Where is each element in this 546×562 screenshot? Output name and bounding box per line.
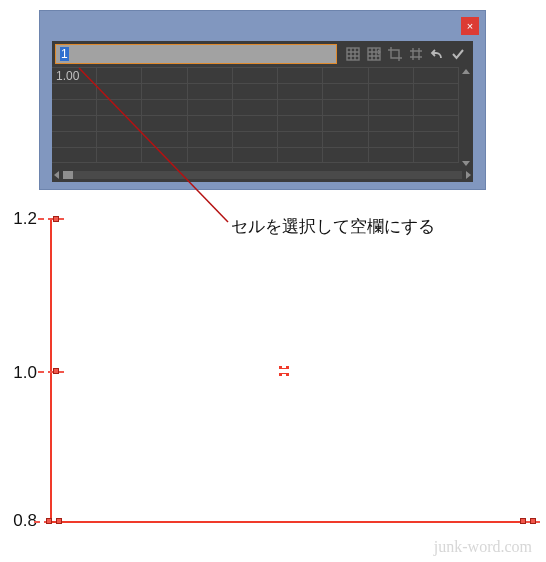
editor-panel-inner: 1 bbox=[52, 41, 473, 182]
table-row[interactable]: 1.00 bbox=[52, 67, 459, 83]
axis-handle[interactable] bbox=[56, 518, 62, 524]
table-cell[interactable] bbox=[233, 100, 278, 115]
table-cell[interactable] bbox=[142, 132, 187, 147]
hscroll-track[interactable] bbox=[63, 171, 462, 179]
y-tick-label: 1.2 bbox=[3, 209, 37, 229]
table-row[interactable] bbox=[52, 99, 459, 115]
undo-icon[interactable] bbox=[429, 46, 445, 62]
table-cell[interactable] bbox=[278, 84, 323, 99]
table-cell[interactable] bbox=[97, 116, 142, 131]
vertical-scrollbar[interactable] bbox=[459, 67, 473, 168]
table-cell[interactable] bbox=[278, 148, 323, 162]
table-cell[interactable] bbox=[323, 116, 368, 131]
table-cell[interactable] bbox=[278, 100, 323, 115]
table-cell[interactable] bbox=[414, 84, 459, 99]
table-linked-icon[interactable] bbox=[366, 46, 382, 62]
table-cell[interactable] bbox=[323, 132, 368, 147]
table-cell[interactable] bbox=[188, 132, 233, 147]
table-cell[interactable] bbox=[188, 116, 233, 131]
table-cell[interactable] bbox=[52, 100, 97, 115]
table-cell[interactable] bbox=[52, 84, 97, 99]
table-cell[interactable] bbox=[142, 68, 187, 83]
table-cell[interactable] bbox=[97, 68, 142, 83]
table-cell[interactable] bbox=[188, 84, 233, 99]
table-cell[interactable] bbox=[52, 116, 97, 131]
table-row[interactable] bbox=[52, 131, 459, 147]
table-cell[interactable] bbox=[369, 132, 414, 147]
crop-icon[interactable] bbox=[387, 46, 403, 62]
table-cell[interactable] bbox=[278, 116, 323, 131]
tick-dash bbox=[38, 371, 64, 373]
scroll-down-icon[interactable] bbox=[462, 161, 470, 166]
table-cell[interactable] bbox=[414, 68, 459, 83]
table-cell[interactable] bbox=[188, 68, 233, 83]
table-cell[interactable] bbox=[414, 132, 459, 147]
table-cell[interactable] bbox=[233, 68, 278, 83]
scroll-right-icon[interactable] bbox=[466, 171, 471, 179]
table-cell[interactable] bbox=[323, 68, 368, 83]
tool-icon-group bbox=[341, 46, 470, 62]
table-cell[interactable] bbox=[414, 100, 459, 115]
table-cell[interactable] bbox=[233, 148, 278, 162]
hscroll-thumb[interactable] bbox=[63, 171, 73, 179]
table-cell[interactable] bbox=[97, 148, 142, 162]
table-cell[interactable] bbox=[142, 100, 187, 115]
axis-handle[interactable] bbox=[520, 518, 526, 524]
table-cell[interactable] bbox=[369, 100, 414, 115]
data-point-marker[interactable] bbox=[279, 366, 289, 376]
table-cell[interactable] bbox=[414, 116, 459, 131]
table-icon[interactable] bbox=[345, 46, 361, 62]
table-cell[interactable] bbox=[52, 148, 97, 162]
table-cell[interactable] bbox=[97, 132, 142, 147]
table-cell[interactable] bbox=[278, 68, 323, 83]
table-cell[interactable] bbox=[142, 116, 187, 131]
table-cell[interactable] bbox=[369, 116, 414, 131]
table-cell[interactable] bbox=[97, 84, 142, 99]
table-cell[interactable] bbox=[369, 68, 414, 83]
close-button[interactable]: × bbox=[461, 17, 479, 35]
y-tick-label: 0.8 bbox=[3, 511, 37, 531]
table-cell[interactable] bbox=[233, 132, 278, 147]
svg-rect-0 bbox=[347, 48, 359, 60]
table-cell[interactable] bbox=[369, 84, 414, 99]
annotation-label: セルを選択して空欄にする bbox=[231, 215, 435, 238]
table-row[interactable] bbox=[52, 147, 459, 163]
panel-toolbar: 1 bbox=[52, 41, 473, 67]
table-cell[interactable] bbox=[142, 84, 187, 99]
y-tick-label: 1.0 bbox=[3, 363, 37, 383]
axis-handle[interactable] bbox=[46, 518, 52, 524]
spreadsheet[interactable]: 1.00 bbox=[52, 67, 459, 168]
table-cell[interactable] bbox=[414, 148, 459, 162]
scroll-left-icon[interactable] bbox=[54, 171, 59, 179]
table-cell[interactable] bbox=[233, 84, 278, 99]
horizontal-scrollbar[interactable] bbox=[52, 168, 473, 182]
scroll-up-icon[interactable] bbox=[462, 69, 470, 74]
editor-panel: × 1 bbox=[39, 10, 486, 190]
axis-handle[interactable] bbox=[530, 518, 536, 524]
table-cell[interactable] bbox=[52, 132, 97, 147]
axis-handle[interactable] bbox=[53, 216, 59, 222]
table-row[interactable] bbox=[52, 115, 459, 131]
table-cell[interactable] bbox=[369, 148, 414, 162]
table-cell[interactable] bbox=[142, 148, 187, 162]
snap-grid-icon[interactable] bbox=[408, 46, 424, 62]
confirm-icon[interactable] bbox=[450, 46, 466, 62]
spreadsheet-area: 1.00 bbox=[52, 67, 473, 168]
table-cell[interactable] bbox=[278, 132, 323, 147]
watermark: junk-word.com bbox=[434, 538, 532, 556]
axis-handle[interactable] bbox=[53, 368, 59, 374]
table-cell[interactable] bbox=[233, 116, 278, 131]
table-cell[interactable] bbox=[323, 100, 368, 115]
table-cell[interactable] bbox=[188, 148, 233, 162]
tick-dash bbox=[38, 218, 64, 220]
cell-value-selected: 1 bbox=[60, 47, 69, 61]
table-row[interactable] bbox=[52, 83, 459, 99]
table-cell[interactable] bbox=[97, 100, 142, 115]
table-cell[interactable] bbox=[323, 148, 368, 162]
table-cell[interactable] bbox=[323, 84, 368, 99]
cell-value-input[interactable]: 1 bbox=[55, 44, 337, 64]
table-cell[interactable]: 1.00 bbox=[52, 68, 97, 83]
x-axis-line bbox=[50, 521, 532, 523]
table-cell[interactable] bbox=[188, 100, 233, 115]
